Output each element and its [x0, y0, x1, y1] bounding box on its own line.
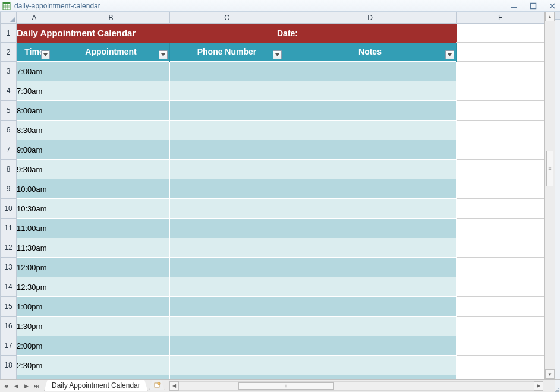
column-header-e[interactable]: E [457, 12, 545, 24]
row-header[interactable]: 8 [1, 160, 17, 179]
filter-time-button[interactable] [41, 50, 50, 59]
column-header-c[interactable]: C [170, 12, 284, 24]
spreadsheet-grid[interactable]: A B C D E 1 Daily Appointment Calendar D… [0, 12, 545, 379]
appointment-cell[interactable] [52, 62, 170, 81]
appointment-cell[interactable] [52, 81, 170, 101]
time-cell[interactable]: 7:00am [17, 62, 52, 81]
cell-e2[interactable] [457, 43, 545, 62]
cell-e1[interactable] [457, 24, 545, 43]
minimize-button[interactable] [510, 2, 518, 10]
notes-cell[interactable] [284, 277, 457, 297]
column-header-d[interactable]: D [284, 12, 457, 24]
scroll-right-button[interactable]: ▶ [534, 381, 543, 391]
notes-cell[interactable] [284, 317, 457, 336]
time-cell[interactable]: 1:00pm [17, 297, 52, 317]
phone-cell[interactable] [170, 179, 284, 199]
filter-phone-button[interactable] [273, 50, 282, 59]
vertical-scroll-track[interactable] [545, 21, 555, 369]
phone-cell[interactable] [170, 101, 284, 121]
scroll-left-button[interactable]: ◀ [169, 381, 179, 391]
time-cell[interactable]: 12:30pm [17, 277, 52, 297]
phone-cell[interactable] [170, 297, 284, 317]
cell-e[interactable] [457, 160, 545, 179]
row-header[interactable]: 9 [1, 179, 17, 199]
horizontal-scrollbar[interactable]: ◀ ▶ [169, 380, 543, 392]
notes-cell[interactable] [284, 140, 457, 160]
calendar-title[interactable]: Daily Appointment Calendar [17, 24, 170, 43]
appointment-cell[interactable] [52, 199, 170, 219]
time-cell[interactable]: 8:30am [17, 121, 52, 140]
vertical-scroll-thumb[interactable] [546, 151, 553, 186]
appointment-cell[interactable] [52, 179, 170, 199]
appointment-cell[interactable] [52, 356, 170, 375]
date-label-cell[interactable]: Date: [170, 24, 457, 43]
row-header[interactable]: 17 [1, 336, 17, 356]
appointment-cell[interactable] [52, 277, 170, 297]
time-cell[interactable]: 10:30am [17, 199, 52, 219]
cell-e[interactable] [457, 81, 545, 101]
cell-e[interactable] [457, 121, 545, 140]
row-header[interactable]: 12 [1, 238, 17, 258]
notes-cell[interactable] [284, 179, 457, 199]
time-cell[interactable]: 7:30am [17, 81, 52, 101]
select-all-corner[interactable] [1, 12, 17, 24]
window-resizer[interactable] [555, 380, 560, 392]
phone-cell[interactable] [170, 258, 284, 277]
appointment-cell[interactable] [52, 101, 170, 121]
row-header[interactable]: 14 [1, 277, 17, 297]
scroll-down-button[interactable]: ▼ [545, 369, 555, 379]
notes-cell[interactable] [284, 160, 457, 179]
row-header[interactable]: 16 [1, 317, 17, 336]
cell-e[interactable] [457, 140, 545, 160]
header-time[interactable]: Time [17, 43, 52, 62]
row-header[interactable]: 7 [1, 140, 17, 160]
row-header[interactable]: 5 [1, 101, 17, 121]
appointment-cell[interactable] [52, 297, 170, 317]
cell-e[interactable] [457, 101, 545, 121]
time-cell[interactable]: 9:30am [17, 160, 52, 179]
notes-cell[interactable] [284, 336, 457, 356]
notes-cell[interactable] [284, 238, 457, 258]
phone-cell[interactable] [170, 140, 284, 160]
phone-cell[interactable] [170, 62, 284, 81]
new-sheet-button[interactable] [149, 380, 165, 390]
phone-cell[interactable] [170, 121, 284, 140]
notes-cell[interactable] [284, 199, 457, 219]
column-header-b[interactable]: B [52, 12, 170, 24]
time-cell[interactable]: 11:30am [17, 238, 52, 258]
cell-e[interactable] [457, 297, 545, 317]
row-header[interactable]: 4 [1, 81, 17, 101]
time-cell[interactable]: 1:30pm [17, 317, 52, 336]
notes-cell[interactable] [284, 297, 457, 317]
appointment-cell[interactable] [52, 336, 170, 356]
notes-cell[interactable] [284, 81, 457, 101]
appointment-cell[interactable] [52, 219, 170, 238]
notes-cell[interactable] [284, 219, 457, 238]
phone-cell[interactable] [170, 238, 284, 258]
time-cell[interactable]: 9:00am [17, 140, 52, 160]
notes-cell[interactable] [284, 356, 457, 375]
appointment-cell[interactable] [52, 238, 170, 258]
time-cell[interactable]: 2:30pm [17, 356, 52, 375]
phone-cell[interactable] [170, 219, 284, 238]
tab-first-button[interactable]: ⏮ [1, 381, 11, 391]
row-header[interactable]: 15 [1, 297, 17, 317]
row-header-1[interactable]: 1 [1, 24, 17, 43]
tab-next-button[interactable]: ▶ [21, 381, 32, 391]
appointment-cell[interactable] [52, 258, 170, 277]
restore-button[interactable] [529, 2, 537, 10]
cell-e[interactable] [457, 356, 545, 375]
row-header[interactable]: 10 [1, 199, 17, 219]
cell-e[interactable] [457, 317, 545, 336]
header-notes[interactable]: Notes [284, 43, 457, 62]
horizontal-scroll-thumb[interactable] [238, 382, 334, 390]
phone-cell[interactable] [170, 160, 284, 179]
horizontal-scroll-track[interactable] [179, 381, 534, 391]
vertical-scrollbar[interactable]: ▲ ▼ [545, 12, 555, 379]
appointment-cell[interactable] [52, 160, 170, 179]
time-cell[interactable]: 2:00pm [17, 336, 52, 356]
header-appointment[interactable]: Appointment [52, 43, 170, 62]
time-cell[interactable]: 10:00am [17, 179, 52, 199]
notes-cell[interactable] [284, 101, 457, 121]
cell-e[interactable] [457, 199, 545, 219]
